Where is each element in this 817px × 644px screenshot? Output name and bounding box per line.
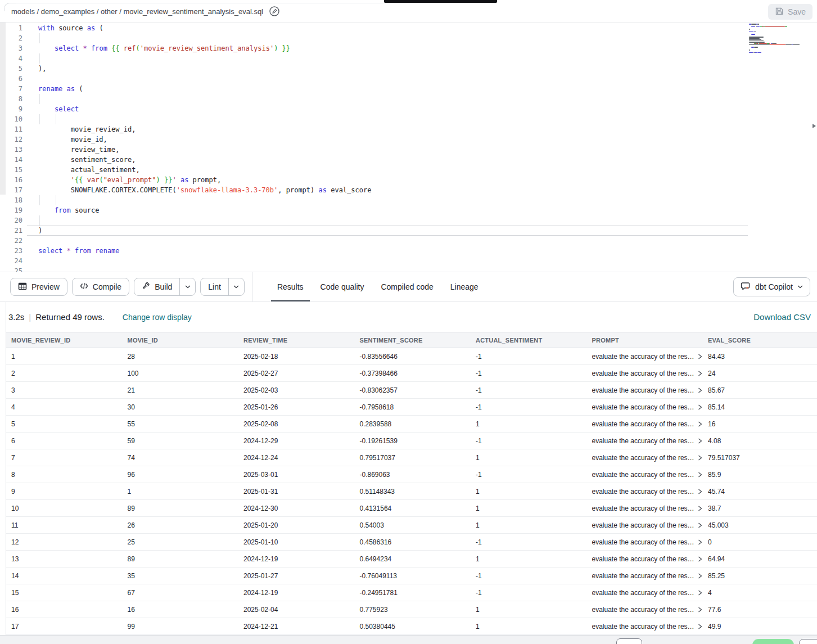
- table-cell: 4.08: [703, 437, 817, 445]
- build-button[interactable]: Build: [134, 278, 179, 295]
- table-cell: 2025-01-10: [238, 538, 355, 546]
- expand-prompt-chevron-icon[interactable]: [698, 421, 702, 427]
- line-number: 17: [0, 185, 22, 195]
- prompt-cell: evaluate the accuracy of the res…: [587, 420, 703, 428]
- line-number: 20: [0, 215, 22, 226]
- table-cell: 2025-01-26: [238, 403, 355, 411]
- expand-prompt-chevron-icon[interactable]: [698, 388, 702, 393]
- table-cell: 5: [6, 420, 123, 428]
- table-header-row: MOVIE_REVIEW_IDMOVIE_IDREVIEW_TIMESENTIM…: [6, 332, 817, 348]
- expand-prompt-chevron-icon[interactable]: [698, 506, 702, 511]
- expand-prompt-chevron-icon[interactable]: [698, 607, 702, 613]
- table-cell: 0.51148343: [355, 488, 471, 496]
- build-split-button: Build: [134, 278, 196, 296]
- minimap[interactable]: [748, 24, 813, 75]
- table-cell: -1: [471, 403, 587, 411]
- change-row-display-link[interactable]: Change row display: [119, 312, 195, 322]
- tab-lineage[interactable]: Lineage: [442, 272, 487, 301]
- expand-prompt-chevron-icon[interactable]: [698, 573, 702, 579]
- table-cell: 4: [6, 403, 123, 411]
- table-cell: 1: [123, 488, 239, 496]
- expand-prompt-chevron-icon[interactable]: [698, 539, 702, 545]
- column-header: REVIEW_TIME: [238, 337, 355, 344]
- compile-button[interactable]: Compile: [72, 278, 129, 296]
- table-cell: 1: [471, 488, 587, 496]
- table-cell: 1: [471, 420, 587, 428]
- results-tabs: Results Code quality Compiled code Linea…: [269, 272, 487, 301]
- table-row: 5552025-02-080.28395881evaluate the accu…: [6, 416, 817, 433]
- line-number: 7: [0, 84, 22, 94]
- line-number: 18: [0, 195, 22, 205]
- scrollbar-handle-icon[interactable]: [813, 124, 816, 128]
- table-cell: 79.517037: [703, 454, 817, 462]
- table-cell: -1: [471, 471, 587, 479]
- prompt-cell: evaluate the accuracy of the res…: [587, 488, 703, 496]
- dbt-copilot-button[interactable]: dbt Copilot: [733, 277, 810, 296]
- save-button[interactable]: Save: [768, 4, 813, 20]
- bottom-partial-button[interactable]: [616, 638, 642, 644]
- column-header: MOVIE_REVIEW_ID: [6, 337, 123, 344]
- tab-code-quality[interactable]: Code quality: [312, 272, 373, 301]
- expand-prompt-chevron-icon[interactable]: [698, 624, 702, 629]
- build-dropdown-button[interactable]: [179, 278, 195, 295]
- code-line-14: 14 sentiment_score,: [0, 155, 817, 165]
- table-row: 3212025-02-03-0.83062357-1evaluate the a…: [6, 382, 817, 399]
- copilot-label: dbt Copilot: [755, 282, 793, 291]
- table-cell: 2025-02-27: [238, 370, 355, 377]
- expand-prompt-chevron-icon[interactable]: [698, 371, 702, 376]
- table-cell: 85.67: [703, 386, 817, 394]
- line-number: 10: [0, 114, 22, 124]
- line-number: 5: [0, 64, 22, 74]
- tab-compiled-code[interactable]: Compiled code: [372, 272, 441, 301]
- expand-prompt-chevron-icon[interactable]: [698, 404, 702, 410]
- table-cell: 67: [123, 589, 239, 597]
- expand-prompt-chevron-icon[interactable]: [698, 523, 702, 528]
- table-cell: 1: [471, 454, 587, 462]
- table-row: 21002025-02-27-0.37398466-1evaluate the …: [6, 365, 817, 382]
- table-grid-icon: [18, 282, 27, 292]
- line-number: 12: [0, 134, 22, 145]
- table-cell: 59: [123, 437, 239, 445]
- expand-prompt-chevron-icon[interactable]: [698, 556, 702, 562]
- window-notch: [384, 0, 497, 3]
- chevron-down-icon: [233, 285, 239, 289]
- table-row: 10892024-12-300.41315641evaluate the acc…: [6, 500, 817, 517]
- lint-dropdown-button[interactable]: [228, 278, 244, 295]
- line-number: 23: [0, 246, 22, 256]
- table-cell: 2024-12-30: [238, 505, 355, 512]
- table-cell: 6: [6, 437, 123, 445]
- code-editor[interactable]: 1with source as (23 select * from {{ ref…: [0, 22, 817, 272]
- prompt-cell: evaluate the accuracy of the res…: [587, 555, 703, 563]
- code-line-21: 21): [0, 226, 817, 236]
- column-header: ACTUAL_SENTIMENT: [471, 337, 587, 344]
- download-csv-link[interactable]: Download CSV: [750, 312, 814, 322]
- bottom-green-pill[interactable]: [752, 639, 794, 644]
- expand-prompt-chevron-icon[interactable]: [698, 472, 702, 478]
- table-cell: 14: [6, 572, 123, 580]
- table-cell: 3: [6, 386, 123, 394]
- table-cell: 55: [123, 420, 239, 428]
- expand-prompt-chevron-icon[interactable]: [698, 489, 702, 494]
- line-number: 24: [0, 256, 22, 266]
- top-bar: models / demo_examples / other / movie_r…: [0, 0, 817, 22]
- table-cell: -0.869063: [355, 471, 471, 479]
- table-cell: 38.7: [703, 505, 817, 512]
- table-cell: 0: [703, 538, 817, 546]
- preview-button[interactable]: Preview: [10, 278, 67, 296]
- table-cell: 85.25: [703, 572, 817, 580]
- table-cell: 2025-03-01: [238, 471, 355, 479]
- expand-prompt-chevron-icon[interactable]: [698, 438, 702, 444]
- lint-button[interactable]: Lint: [201, 278, 228, 295]
- code-line-9: 9 select: [0, 104, 817, 114]
- expand-prompt-chevron-icon[interactable]: [698, 590, 702, 596]
- column-header: MOVIE_ID: [123, 337, 239, 344]
- expand-prompt-chevron-icon[interactable]: [698, 354, 702, 359]
- expand-prompt-chevron-icon[interactable]: [698, 455, 702, 461]
- table-cell: -1: [471, 437, 587, 445]
- bottom-partial-button-2[interactable]: [799, 639, 817, 644]
- table-cell: 2025-02-18: [238, 353, 355, 361]
- query-status-row: 3.2s | Returned 49 rows. Change row disp…: [6, 302, 817, 332]
- tab-results[interactable]: Results: [269, 272, 312, 301]
- table-row: 8962025-03-01-0.869063-1evaluate the acc…: [6, 466, 817, 483]
- prompt-cell: evaluate the accuracy of the res…: [587, 538, 703, 546]
